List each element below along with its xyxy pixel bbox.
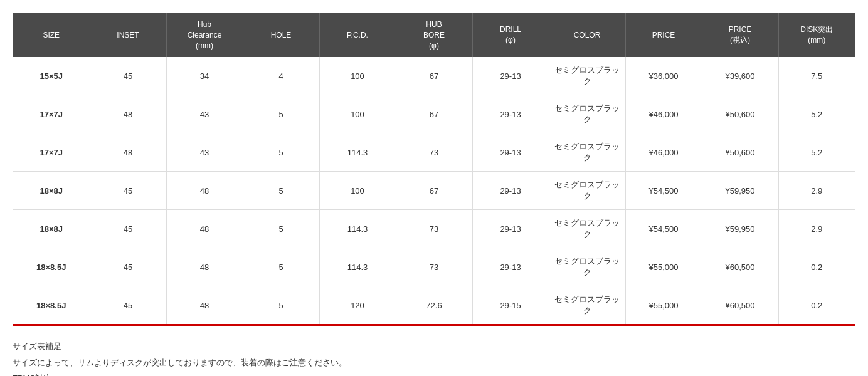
- cell-price_tax: ¥59,950: [702, 172, 778, 210]
- cell-color: セミグロスブラック: [549, 286, 625, 325]
- cell-color: セミグロスブラック: [549, 95, 625, 133]
- cell-disk: 5.2: [778, 133, 855, 172]
- cell-price_tax: ¥59,950: [702, 210, 778, 248]
- cell-size: 18×8J: [13, 172, 90, 210]
- header-disk: DISK突出 (mm): [778, 13, 855, 57]
- cell-disk: 0.2: [778, 248, 855, 286]
- table-row: 15×5J453441006729-13セミグロスブラック¥36,000¥39,…: [13, 57, 855, 95]
- header-inset: INSET: [90, 13, 166, 57]
- cell-pcd: 114.3: [319, 210, 396, 248]
- cell-hub_clearance: 48: [166, 286, 243, 325]
- cell-inset: 45: [90, 57, 166, 95]
- cell-pcd: 114.3: [319, 248, 396, 286]
- cell-price_tax: ¥60,500: [702, 286, 778, 325]
- cell-hole: 5: [243, 286, 319, 325]
- cell-disk: 0.2: [778, 286, 855, 325]
- header-size: SIZE: [13, 13, 90, 57]
- cell-inset: 45: [90, 172, 166, 210]
- cell-hub_clearance: 48: [166, 248, 243, 286]
- cell-hole: 5: [243, 95, 319, 133]
- cell-price: ¥54,500: [625, 210, 702, 248]
- cell-color: セミグロスブラック: [549, 57, 625, 95]
- cell-size: 17×7J: [13, 133, 90, 172]
- cell-inset: 48: [90, 133, 166, 172]
- notes-line2: TPMS対応: [13, 371, 855, 376]
- header-hub_clearance: Hub Clearance (mm): [166, 13, 243, 57]
- header-hub_bore: HUB BORE (φ): [396, 13, 472, 57]
- table-header-row: SIZEINSETHub Clearance (mm)HOLEP.C.D.HUB…: [13, 13, 855, 57]
- cell-hub_clearance: 48: [166, 172, 243, 210]
- cell-hole: 5: [243, 172, 319, 210]
- cell-hub_bore: 73: [396, 248, 472, 286]
- cell-hub_bore: 73: [396, 133, 472, 172]
- table-row: 18×8.5J45485114.37329-13セミグロスブラック¥55,000…: [13, 248, 855, 286]
- cell-color: セミグロスブラック: [549, 133, 625, 172]
- cell-drill: 29-13: [472, 133, 549, 172]
- cell-drill: 29-13: [472, 210, 549, 248]
- cell-color: セミグロスブラック: [549, 210, 625, 248]
- cell-drill: 29-13: [472, 172, 549, 210]
- cell-price_tax: ¥50,600: [702, 133, 778, 172]
- cell-color: セミグロスブラック: [549, 248, 625, 286]
- cell-hole: 5: [243, 210, 319, 248]
- cell-inset: 48: [90, 95, 166, 133]
- cell-hole: 5: [243, 248, 319, 286]
- cell-inset: 45: [90, 286, 166, 325]
- cell-price_tax: ¥60,500: [702, 248, 778, 286]
- cell-pcd: 114.3: [319, 133, 396, 172]
- header-drill: DRILL (φ): [472, 13, 549, 57]
- cell-hub_bore: 72.6: [396, 286, 472, 325]
- cell-hub_bore: 67: [396, 172, 472, 210]
- cell-pcd: 100: [319, 95, 396, 133]
- cell-size: 18×8.5J: [13, 248, 90, 286]
- cell-hub_clearance: 34: [166, 57, 243, 95]
- cell-hole: 4: [243, 57, 319, 95]
- cell-drill: 29-15: [472, 286, 549, 325]
- cell-price: ¥46,000: [625, 133, 702, 172]
- cell-hole: 5: [243, 133, 319, 172]
- table-row: 18×8.5J4548512072.629-15セミグロスブラック¥55,000…: [13, 286, 855, 325]
- cell-disk: 2.9: [778, 210, 855, 248]
- cell-disk: 2.9: [778, 172, 855, 210]
- notes-section: サイズ表補足 サイズによって、リムよりディスクが突出しておりますので、装着の際は…: [13, 339, 855, 376]
- cell-price_tax: ¥50,600: [702, 95, 778, 133]
- cell-price: ¥36,000: [625, 57, 702, 95]
- cell-pcd: 100: [319, 57, 396, 95]
- table-body: 15×5J453441006729-13セミグロスブラック¥36,000¥39,…: [13, 57, 855, 325]
- cell-price: ¥55,000: [625, 286, 702, 325]
- cell-hub_clearance: 48: [166, 210, 243, 248]
- notes-title: サイズ表補足: [13, 339, 855, 353]
- cell-hub_clearance: 43: [166, 95, 243, 133]
- cell-size: 18×8.5J: [13, 286, 90, 325]
- cell-inset: 45: [90, 210, 166, 248]
- cell-size: 18×8J: [13, 210, 90, 248]
- cell-price: ¥55,000: [625, 248, 702, 286]
- table-row: 17×7J48435114.37329-13セミグロスブラック¥46,000¥5…: [13, 133, 855, 172]
- header-color: COLOR: [549, 13, 625, 57]
- table-row: 18×8J45485114.37329-13セミグロスブラック¥54,500¥5…: [13, 210, 855, 248]
- cell-pcd: 120: [319, 286, 396, 325]
- cell-disk: 7.5: [778, 57, 855, 95]
- table-row: 17×7J484351006729-13セミグロスブラック¥46,000¥50,…: [13, 95, 855, 133]
- cell-hub_bore: 73: [396, 210, 472, 248]
- size-table-container: SIZEINSETHub Clearance (mm)HOLEP.C.D.HUB…: [13, 13, 855, 326]
- cell-size: 15×5J: [13, 57, 90, 95]
- cell-drill: 29-13: [472, 95, 549, 133]
- notes-line1: サイズによって、リムよりディスクが突出しておりますので、装着の際はご注意ください…: [13, 355, 855, 370]
- cell-hub_clearance: 43: [166, 133, 243, 172]
- cell-price_tax: ¥39,600: [702, 57, 778, 95]
- table-row: 18×8J454851006729-13セミグロスブラック¥54,500¥59,…: [13, 172, 855, 210]
- cell-disk: 5.2: [778, 95, 855, 133]
- cell-price: ¥46,000: [625, 95, 702, 133]
- cell-drill: 29-13: [472, 57, 549, 95]
- header-price_tax: PRICE (税込): [702, 13, 778, 57]
- header-price: PRICE: [625, 13, 702, 57]
- cell-hub_bore: 67: [396, 95, 472, 133]
- cell-size: 17×7J: [13, 95, 90, 133]
- header-hole: HOLE: [243, 13, 319, 57]
- header-pcd: P.C.D.: [319, 13, 396, 57]
- cell-drill: 29-13: [472, 248, 549, 286]
- size-table: SIZEINSETHub Clearance (mm)HOLEP.C.D.HUB…: [13, 13, 855, 326]
- cell-hub_bore: 67: [396, 57, 472, 95]
- cell-pcd: 100: [319, 172, 396, 210]
